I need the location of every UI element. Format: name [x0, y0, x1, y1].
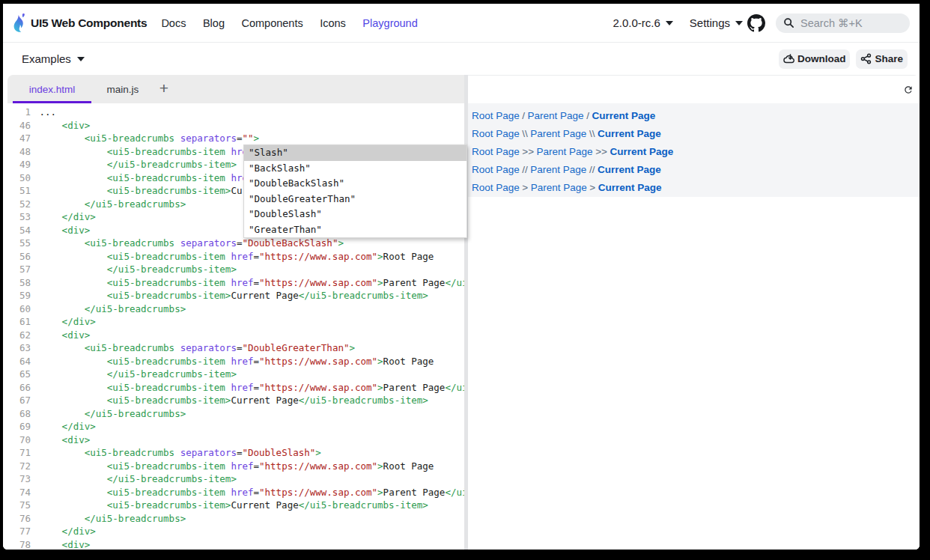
line-content: <div> [31, 119, 90, 133]
line-number: 70 [3, 433, 31, 447]
line-content: </ui5-breadcrumbs-item> [31, 472, 237, 486]
code-token-attr: href [231, 251, 253, 262]
nav-link-playground[interactable]: Playground [362, 17, 417, 29]
autocomplete-option[interactable]: "Slash" [244, 145, 466, 161]
nav-link-icons[interactable]: Icons [320, 17, 346, 29]
breadcrumb-link[interactable]: Root Page [472, 110, 520, 121]
code-token-tag: > [377, 277, 383, 288]
code-token-tag: <ui5-breadcrumbs-item [107, 172, 225, 183]
code-line: 67 <ui5-breadcrumbs-item>Current Page</u… [3, 394, 464, 407]
autocomplete-option[interactable]: "DoubleBackSlash" [244, 176, 466, 192]
line-number: 73 [3, 472, 31, 486]
code-line: 46 <div> [3, 119, 464, 133]
code-line: 78 <div> [3, 538, 464, 550]
autocomplete-option[interactable]: "DoubleSlash" [244, 207, 466, 222]
line-number: 55 [3, 237, 31, 250]
download-button[interactable]: Download [779, 49, 851, 69]
tab-label: index.html [29, 84, 76, 95]
breadcrumb-link[interactable]: Parent Page [530, 128, 586, 139]
code-token-pl [40, 382, 107, 393]
github-link[interactable] [747, 14, 765, 32]
code-token-pl: Current Page [231, 499, 298, 511]
code-token-pl [40, 198, 85, 210]
code-token-pl: Parent Page [383, 487, 446, 498]
code-token-tag: </div> [62, 421, 96, 432]
code-token-pl: Parent Page [383, 277, 446, 288]
code-line: 65 </ui5-breadcrumbs-item> [3, 368, 464, 381]
code-token-tag: </div> [62, 526, 96, 537]
line-number: 71 [3, 446, 31, 460]
refresh-button[interactable] [903, 85, 914, 95]
breadcrumb-link[interactable]: Root Page [472, 128, 520, 139]
main-nav: DocsBlogComponentsIconsPlayground [161, 17, 417, 29]
nav-link-docs[interactable]: Docs [161, 17, 186, 29]
code-line: 59 <ui5-breadcrumbs-item>Current Page</u… [3, 289, 464, 302]
line-content: <ui5-breadcrumbs separators="DoubleBackS… [31, 237, 344, 250]
autocomplete-option[interactable]: "GreaterThan" [244, 222, 466, 238]
breadcrumb-link[interactable]: Root Page [472, 146, 520, 157]
code-token-tag: </ui5-breadcrumbs> [85, 303, 186, 314]
preview-pane: Root Page/Parent Page/Current PageRoot P… [468, 75, 920, 550]
tab-main-js[interactable]: main.js [91, 75, 154, 103]
search-input[interactable] [800, 17, 898, 29]
share-button[interactable]: Share [856, 49, 908, 69]
line-content: </ui5-breadcrumbs-item> [31, 158, 237, 171]
code-token-tag: > [315, 447, 321, 458]
line-number: 48 [3, 145, 31, 159]
line-content: <ui5-breadcrumbs separators="DoubleSlash… [31, 446, 321, 460]
code-line: 64 <ui5-breadcrumbs-item href="https://w… [3, 355, 464, 368]
code-token-pl: Root Page [383, 356, 434, 367]
line-number: 75 [3, 499, 31, 512]
code-token-str: "https://www.sap.com" [259, 487, 377, 498]
code-token-tag: </ui5-breadcrumbs-item> [107, 264, 237, 275]
nav-link-components[interactable]: Components [241, 17, 303, 29]
code-line: 73 </ui5-breadcrumbs-item> [3, 472, 464, 486]
breadcrumb-link[interactable]: Root Page [472, 182, 520, 193]
toolbar-actions: Download Share [779, 43, 908, 75]
code-line: 61 </div> [3, 315, 464, 329]
preview-canvas: Root Page/Parent Page/Current PageRoot P… [468, 103, 920, 550]
breadcrumb-separator: > [589, 182, 595, 193]
breadcrumb-link[interactable]: Parent Page [537, 146, 593, 157]
autocomplete-option[interactable]: "DoubleGreaterThan" [244, 192, 466, 207]
tab-index-html[interactable]: index.html [13, 75, 91, 103]
version-dropdown[interactable]: 2.0.0-rc.6 [613, 16, 672, 29]
line-number: 61 [3, 315, 31, 329]
settings-dropdown[interactable]: Settings [690, 16, 743, 29]
breadcrumb-link[interactable]: Parent Page [531, 182, 587, 193]
line-number: 74 [3, 486, 31, 499]
code-line: 74 <ui5-breadcrumbs-item href="https://w… [3, 486, 464, 499]
breadcrumb-link[interactable]: Root Page [472, 164, 520, 175]
line-number: 77 [3, 525, 31, 538]
code-token-tag: <ui5-breadcrumbs [85, 447, 174, 458]
chevron-down-icon [666, 21, 673, 25]
code-token-attr: href [231, 487, 253, 498]
examples-dropdown[interactable]: Examples [22, 43, 85, 75]
code-token-pl [40, 133, 85, 144]
code-token-pl: = [254, 382, 260, 393]
autocomplete-option[interactable]: "BackSlash" [244, 161, 466, 177]
code-token-pl [40, 251, 107, 262]
code-token-str: "https://www.sap.com" [259, 251, 377, 262]
code-token-pl [40, 172, 107, 183]
code-token-attr: href [231, 356, 253, 367]
line-number: 53 [3, 210, 31, 224]
code-token-tag: </ui5-breadcrumbs-item> [445, 487, 464, 498]
brand[interactable]: UI5 Web Components [13, 13, 147, 33]
add-tab-button[interactable]: + [154, 75, 174, 103]
code-token-pl [40, 120, 62, 131]
breadcrumb-link[interactable]: Parent Page [530, 164, 586, 175]
code-token-tag: <div> [62, 539, 91, 550]
code-token-tag: </ui5-breadcrumbs-item> [299, 499, 428, 511]
code-token-pl [40, 185, 107, 196]
breadcrumb-link[interactable]: Parent Page [528, 110, 584, 121]
code-token-tag: <ui5-breadcrumbs-item [107, 487, 225, 498]
code-token-pl [40, 342, 85, 353]
breadcrumbs-row: Root Page>Parent Page>Current Page [472, 178, 920, 196]
nav-link-blog[interactable]: Blog [203, 17, 225, 29]
line-number: 50 [3, 171, 31, 185]
breadcrumbs-demo-block: Root Page/Parent Page/Current PageRoot P… [468, 103, 920, 197]
breadcrumb-separator: >> [595, 146, 607, 157]
code-line: 60 </ui5-breadcrumbs> [3, 302, 464, 316]
code-token-tag: </ui5-breadcrumbs-item> [445, 382, 464, 393]
